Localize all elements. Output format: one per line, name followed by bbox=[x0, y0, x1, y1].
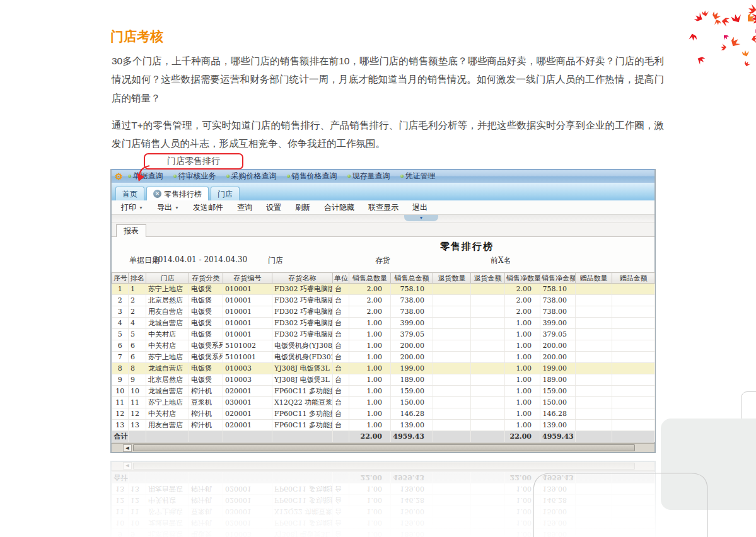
table-row[interactable]: 1010龙城自营店榨汁机020001FP60C11 多功能搅...台1.0015… bbox=[112, 386, 655, 397]
table-cell: 电饭煲 bbox=[189, 374, 223, 386]
column-header[interactable]: 销售总数量 bbox=[349, 273, 391, 284]
column-header[interactable]: 存货分类 bbox=[189, 273, 223, 284]
menu-item[interactable]: 采购价格查询 bbox=[226, 171, 277, 182]
table-cell: 9 bbox=[129, 374, 146, 386]
menu-item[interactable]: 凭证管理 bbox=[400, 171, 436, 182]
table-cell bbox=[576, 386, 612, 397]
tab-report[interactable]: 报表 bbox=[116, 224, 146, 237]
table-cell bbox=[433, 329, 471, 340]
filter-value[interactable]: 2014.04.01 - 2014.04.30 bbox=[153, 255, 247, 264]
table-row[interactable]: 11苏宁上地店电饭煲010001FD302 巧睿电脑版...台2.00758.1… bbox=[112, 284, 655, 295]
tab-item[interactable]: 门店 bbox=[211, 187, 240, 200]
toolbar-button[interactable]: 合计隐藏 bbox=[317, 202, 361, 213]
green-dot-icon bbox=[400, 175, 404, 178]
table-row[interactable]: 99北京居然店电饭煲010003YJ308J 电饭煲3L台1.00189.001… bbox=[112, 374, 655, 386]
table-cell: 010001 bbox=[223, 284, 272, 295]
table-row[interactable]: 22北京居然店电饭煲010001FD302 巧睿电脑版...台2.00738.0… bbox=[112, 295, 655, 306]
toolbar-button[interactable]: 退出 bbox=[405, 202, 434, 213]
table-cell: 台 bbox=[333, 340, 349, 352]
table-cell: 台 bbox=[333, 374, 349, 386]
table-cell bbox=[576, 352, 612, 363]
toolbar-button[interactable]: 发送邮件 bbox=[186, 202, 230, 213]
toolbar-button[interactable]: 打印▼ bbox=[114, 202, 150, 213]
table-cell: 1.00 bbox=[349, 495, 391, 506]
toolbar-button[interactable]: 设置 bbox=[259, 202, 288, 213]
column-header[interactable]: 销售净数量 bbox=[505, 273, 540, 284]
table-cell bbox=[471, 495, 505, 506]
scroll-left-icon[interactable]: ◀ bbox=[123, 444, 132, 452]
table-cell: 12 bbox=[129, 495, 146, 506]
column-header[interactable]: 存货编号 bbox=[223, 273, 272, 284]
table-cell: 1.00 bbox=[505, 495, 540, 506]
close-icon[interactable]: ✕ bbox=[153, 190, 161, 198]
toolbar-button[interactable]: 刷新 bbox=[288, 202, 317, 213]
table-row[interactable]: 1111苏宁上地店豆浆机030001X12Q22 功能豆浆...台1.00150… bbox=[112, 397, 655, 408]
toolbar-button[interactable]: 联查显示 bbox=[361, 202, 405, 213]
table-row[interactable]: 44龙城自营店电饭煲010001FD302 巧睿电脑版...台1.00399.0… bbox=[112, 318, 655, 329]
menu-item[interactable]: 现存量查询 bbox=[347, 171, 390, 182]
menu-item[interactable]: 待审核业务 bbox=[173, 171, 216, 182]
total-cell bbox=[576, 431, 612, 442]
total-cell: 22.00 bbox=[505, 472, 540, 483]
column-header[interactable]: 退货数量 bbox=[433, 273, 471, 284]
horizontal-scrollbar[interactable]: ◀ bbox=[112, 443, 654, 452]
column-header[interactable]: 销售总金额 bbox=[391, 273, 433, 284]
table-cell: 139.00 bbox=[391, 420, 433, 431]
table-cell: 199.00 bbox=[540, 363, 576, 374]
total-cell: 22.00 bbox=[505, 431, 540, 442]
table-row[interactable]: 32用友自营店电饭煲010001FD302 巧睿电脑版...台2.00738.0… bbox=[112, 306, 655, 318]
app-window-reflection: ⚙ 单据查询待审核业务采购价格查询销售价格查询现存量查询凭证管理 首页✕零售排行… bbox=[110, 461, 656, 537]
table-cell bbox=[576, 363, 612, 374]
column-header[interactable]: 赠品数量 bbox=[576, 273, 612, 284]
column-header[interactable]: 排名 bbox=[129, 273, 146, 284]
table-cell: 030001 bbox=[223, 397, 272, 408]
table-cell: 5101001 bbox=[223, 352, 272, 363]
table-cell: 146.28 bbox=[391, 495, 433, 506]
table-cell bbox=[471, 517, 505, 529]
table-cell: 1.00 bbox=[505, 397, 540, 408]
table-row[interactable]: 1313用友自营店榨汁机020001FP60C11 多功能搅...台1.0013… bbox=[112, 420, 655, 431]
scrollbar-thumb[interactable] bbox=[133, 444, 635, 451]
toolbar-button[interactable]: 导出▼ bbox=[150, 202, 186, 213]
menu-item[interactable]: 单据查询 bbox=[128, 171, 163, 182]
table-cell: 200.00 bbox=[391, 352, 433, 363]
table-cell bbox=[433, 386, 471, 397]
column-header[interactable]: 存货名称 bbox=[272, 273, 333, 284]
table-cell bbox=[433, 495, 471, 506]
gear-icon[interactable]: ⚙ bbox=[115, 170, 123, 183]
table-cell: 146.28 bbox=[391, 408, 433, 420]
toolbar-button[interactable]: 查询 bbox=[230, 202, 259, 213]
table-cell: YJ308J 电饭煲3L bbox=[272, 374, 333, 386]
column-header[interactable]: 门店 bbox=[146, 273, 189, 284]
column-header[interactable]: 赠品金额 bbox=[612, 273, 655, 284]
table-cell: FD302 巧睿电脑版... bbox=[272, 329, 333, 340]
table-header-row: 序号排名门店存货分类存货编号存货名称单位销售总数量销售总金额退货数量退货金额销售… bbox=[112, 273, 655, 284]
table-cell: 189.00 bbox=[540, 374, 576, 386]
total-label: 合计 bbox=[112, 431, 129, 442]
column-header[interactable]: 序号 bbox=[112, 273, 129, 284]
tab-active[interactable]: ✕零售排行榜 bbox=[146, 187, 209, 200]
table-cell bbox=[471, 318, 505, 329]
table-cell: 8 bbox=[112, 363, 129, 374]
table-cell: 2 bbox=[129, 306, 146, 318]
tab-item[interactable]: 首页 bbox=[115, 187, 144, 200]
table-cell: 1.00 bbox=[505, 374, 540, 386]
table-cell bbox=[433, 397, 471, 408]
table-cell bbox=[612, 295, 655, 306]
column-header[interactable]: 退货金额 bbox=[471, 273, 505, 284]
table-cell: 2.00 bbox=[505, 306, 540, 318]
column-header[interactable]: 单位 bbox=[333, 273, 349, 284]
menu-item[interactable]: 销售价格查询 bbox=[287, 171, 337, 182]
table-row[interactable]: 1212中关村店榨汁机020001FP60C11 多功能搅...台1.00146… bbox=[112, 408, 655, 420]
table-cell: 13 bbox=[112, 420, 129, 431]
table-row[interactable]: 55中关村店电饭煲010001FD302 巧睿电脑版...台1.00379.05… bbox=[112, 329, 655, 340]
page-title: 门店考核 bbox=[110, 28, 163, 45]
table-row[interactable]: 88龙城自营店电饭煲010003YJ308J 电饭煲3L台1.00199.001… bbox=[112, 363, 655, 374]
table-cell: 13 bbox=[129, 420, 146, 431]
maple-leaf-icon bbox=[748, 3, 756, 21]
table-cell: 电饭煲机身(FD302) bbox=[272, 352, 333, 363]
column-header[interactable]: 销售净金额 bbox=[540, 273, 576, 284]
table-row[interactable]: 76苏宁上地店电饭煲系列5101001电饭煲机身(FD302)台1.00200.… bbox=[112, 352, 655, 363]
table-row[interactable]: 66中关村店电饭煲系列5101002电饭煲机身(YJ308J)台1.00200.… bbox=[112, 340, 655, 352]
collapse-panel-handle[interactable]: ▼ bbox=[404, 215, 438, 221]
